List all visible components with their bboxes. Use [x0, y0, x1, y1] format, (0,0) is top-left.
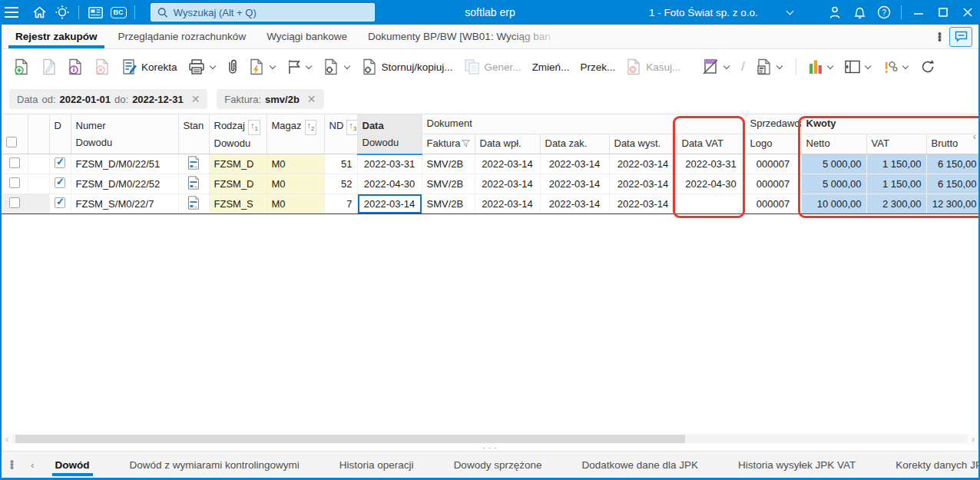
horizontal-scrollbar[interactable]: ‹ › [2, 433, 978, 445]
help-icon[interactable]: ? [872, 0, 896, 25]
cell-numer[interactable]: FZSM_D/M0/22/51 [71, 154, 178, 174]
select-all-header[interactable] [2, 114, 28, 154]
col-header-data-zak[interactable]: Data zak. [540, 134, 609, 154]
cell-netto[interactable]: 10 000,00 [801, 194, 866, 214]
bottom-tabs-scroll-right-icon[interactable]: › [972, 458, 975, 471]
cell-nd[interactable]: 52 [324, 174, 357, 194]
cell-stan[interactable] [178, 154, 209, 174]
maximize-button[interactable] [931, 0, 955, 25]
cell-data-wyst[interactable]: 2022-03-14 [609, 154, 677, 174]
cell-rodzaj[interactable]: FZSM_D [209, 154, 267, 174]
cell-data-zak[interactable]: 2022-03-14 [540, 194, 609, 214]
select-all-checkbox[interactable] [6, 137, 17, 147]
bottom-tab-dowody-sprzezone[interactable]: Dowody sprzężone [451, 452, 545, 478]
col-header-logo[interactable]: Logo [745, 134, 801, 154]
table-row[interactable]: FZSM_D/M0/22/52 FZSM_D M0 52 2022-04-30 … [2, 174, 980, 194]
scrollbar-track[interactable] [12, 435, 968, 443]
cell-data-wpl[interactable]: 2022-03-14 [475, 154, 540, 174]
cell-brutto[interactable]: 6 150,00 [926, 174, 980, 194]
document-operations-button[interactable] [319, 55, 356, 78]
cell-vat[interactable]: 1 150,00 [866, 174, 926, 194]
cell-stan[interactable] [178, 174, 209, 194]
cell-data-zak[interactable]: 2022-03-14 [540, 174, 609, 194]
przeksieguj-button[interactable]: Przek... [575, 58, 620, 76]
cell-nd[interactable]: 51 [324, 154, 357, 174]
filter-chip-date[interactable]: Data od: 2022-01-01 do: 2022-12-31 ✕ [9, 89, 207, 109]
zmien-button[interactable]: Zmień... [528, 58, 574, 76]
tab-przegladanie-rozrachunkow[interactable]: Przeglądanie rozrachunków [111, 25, 253, 48]
cell-data-dowodu-focused[interactable]: 2022-03-14 [357, 194, 422, 214]
col-header-rodzaj-dowodu[interactable]: Rodzaj↑1 Dowodu [209, 114, 267, 154]
comments-button[interactable] [949, 27, 972, 47]
column-scroll-left-icon[interactable]: ‹ [973, 131, 976, 142]
cell-data-vat[interactable]: 2022-04-30 [677, 174, 745, 194]
cell-magaz[interactable]: M0 [267, 194, 324, 214]
col-header-data-wyst[interactable]: Data wyst. [609, 134, 677, 154]
bottom-tab-dodatkowe-dane-jpk[interactable]: Dodatkowe dane dla JPK [578, 452, 701, 478]
cell-numer[interactable]: FZSM_D/M0/22/52 [71, 174, 178, 194]
cell-logo[interactable]: 000007 [745, 154, 801, 174]
new-document-button[interactable] [9, 55, 35, 78]
cell-data-vat[interactable] [677, 194, 745, 214]
bottom-tab-historia-operacji[interactable]: Historia operacji [336, 452, 417, 478]
col-header-d[interactable]: D [49, 114, 71, 154]
cell-brutto[interactable]: 6 150,00 [926, 154, 980, 174]
cell-numer[interactable]: FZSM_S/M0/22/7 [71, 194, 178, 214]
col-header-stan[interactable]: Stan [178, 114, 209, 154]
col-header-numer-dowodu[interactable]: Numer Dowodu [71, 114, 178, 154]
flag-button[interactable] [283, 56, 317, 78]
col-header-nd[interactable]: ND↑3 [324, 114, 357, 154]
d-checkbox-checked[interactable] [55, 157, 65, 168]
col-header-data-dowodu[interactable]: Data Dowodu [357, 114, 422, 154]
table-row[interactable]: FZSM_D/M0/22/51 FZSM_D M0 51 2022-03-31 … [2, 154, 980, 174]
row-select-checkbox[interactable] [9, 177, 20, 188]
close-button[interactable] [955, 0, 980, 25]
col-header-vat[interactable]: VAT [866, 134, 926, 154]
edit-document-button[interactable] [36, 55, 61, 78]
bottom-tabs-scroll-left-icon[interactable]: ‹ [22, 452, 43, 478]
search-input[interactable] [174, 7, 368, 18]
cell-netto[interactable]: 5 000,00 [801, 154, 866, 174]
analysis-chart-button[interactable] [804, 56, 839, 78]
cell-brutto[interactable]: 12 300,00 [926, 194, 980, 214]
delete-document-button[interactable] [90, 55, 115, 78]
tab-overflow-menu-icon[interactable]: ••• [938, 32, 942, 41]
row-select-checkbox[interactable] [9, 197, 20, 208]
table-row-current[interactable]: FZSM_S/M0/22/7 FZSM_S M0 7 2022-03-14 SM… [2, 194, 980, 214]
kasuj-button[interactable]: Kasuj... [621, 55, 685, 78]
minimize-button[interactable] [906, 0, 931, 25]
cell-data-wpl[interactable]: 2022-03-14 [475, 194, 540, 214]
d-checkbox-checked[interactable] [55, 177, 65, 188]
global-search[interactable] [151, 3, 375, 22]
tab-wyciagi-bankowe[interactable]: Wyciągi bankowe [260, 25, 354, 48]
user-icon[interactable] [823, 0, 847, 25]
cell-faktura[interactable]: SMV/2B [422, 174, 475, 194]
cell-vat[interactable]: 1 150,00 [866, 154, 926, 174]
col-header-brutto[interactable]: Brutto [926, 134, 980, 154]
cell-nd[interactable]: 7 [324, 194, 357, 214]
remove-faktura-filter-icon[interactable]: ✕ [307, 93, 316, 105]
document-info-button[interactable] [63, 55, 88, 78]
col-header-netto[interactable]: Netto [801, 134, 866, 154]
cell-data-zak[interactable]: 2022-03-14 [540, 154, 609, 174]
quick-actions-button[interactable] [244, 55, 281, 78]
col-header-magaz[interactable]: Magaz↑2 [267, 114, 324, 154]
group-header-dokument[interactable]: Dokument [422, 114, 745, 134]
cell-rodzaj[interactable]: FZSM_S [209, 194, 267, 214]
row-select-checkbox[interactable] [9, 157, 20, 168]
tab-rejestr-zakupow[interactable]: Rejestr zakupów [8, 25, 104, 48]
cell-netto[interactable]: 5 000,00 [801, 174, 866, 194]
note-cancel-button[interactable] [697, 55, 735, 78]
col-header-data-wpl[interactable]: Data wpł. [475, 134, 540, 154]
attachments-button[interactable] [223, 55, 243, 78]
scroll-left-arrow[interactable]: ‹ [2, 434, 12, 445]
remove-date-filter-icon[interactable]: ✕ [191, 93, 200, 105]
col-header-data-vat[interactable]: Data VAT [677, 134, 745, 154]
cell-faktura[interactable]: SMV/2B [422, 154, 475, 174]
company-selector[interactable]: 1 - Foto Świat sp. z o.o. [649, 7, 793, 18]
cell-magaz[interactable]: M0 [267, 154, 324, 174]
bottom-tab-historia-wysylek-jpk[interactable]: Historia wysyłek JPK VAT [735, 452, 859, 478]
cell-logo[interactable]: 000007 [745, 174, 801, 194]
group-header-kwoty[interactable]: Kwoty [801, 114, 980, 134]
bottom-tab-dowod-wymiary[interactable]: Dowód z wymiarami kontrolingowymi [127, 452, 303, 478]
